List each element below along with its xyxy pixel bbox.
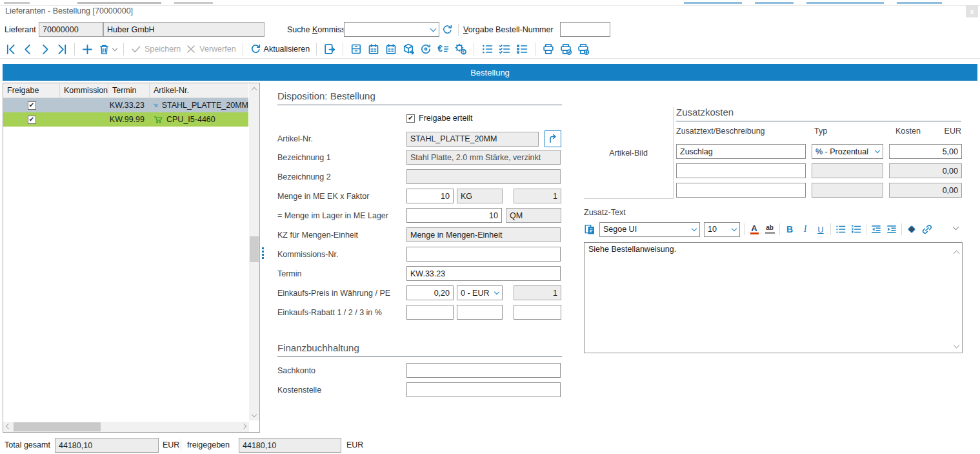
scroll-up-arrow[interactable] bbox=[249, 83, 259, 94]
more-options-chevron-icon[interactable] bbox=[953, 224, 959, 231]
freigabe-erteilt-checkbox[interactable]: ✔ bbox=[406, 114, 415, 123]
scrollbar-thumb[interactable] bbox=[250, 236, 259, 262]
suche-refresh-button[interactable] bbox=[441, 24, 453, 36]
disposition-sync-button[interactable] bbox=[419, 43, 432, 56]
nav-first-button[interactable] bbox=[5, 43, 17, 56]
indent-button[interactable] bbox=[886, 223, 897, 236]
drucken-neu-button[interactable] bbox=[577, 43, 590, 56]
lieferant-name-field[interactable]: Huber GmbH bbox=[103, 22, 265, 37]
kommissions-nr-field[interactable] bbox=[406, 247, 561, 262]
artikel-box-button[interactable] bbox=[402, 43, 415, 56]
scroll-left-arrow[interactable] bbox=[3, 422, 14, 432]
typ-select[interactable] bbox=[812, 163, 883, 178]
bold-button[interactable]: B bbox=[784, 223, 795, 236]
menge-lager-field[interactable]: 10 bbox=[406, 208, 502, 223]
rabatt1-field[interactable] bbox=[406, 305, 454, 320]
vorgabe-bestellnummer-field[interactable] bbox=[560, 22, 610, 37]
underline-button[interactable]: U bbox=[815, 223, 826, 236]
rabatt2-field[interactable] bbox=[457, 305, 503, 320]
nav-previous-button[interactable] bbox=[22, 43, 34, 56]
lager-einheit-field[interactable]: QM bbox=[506, 208, 561, 223]
freigabe-checkbox[interactable]: ✔ bbox=[28, 116, 36, 124]
bezeichnung2-field[interactable] bbox=[406, 169, 561, 184]
chevron-down-icon[interactable] bbox=[494, 289, 499, 294]
scroll-down-arrow[interactable] bbox=[249, 410, 259, 420]
hyperlink-button[interactable] bbox=[921, 223, 933, 236]
nav-next-button[interactable] bbox=[39, 43, 51, 56]
bestellung-export-button[interactable] bbox=[323, 43, 336, 56]
bezeichnung1-field[interactable]: Stahl Platte, 2.0 mm Stärke, verzinkt bbox=[406, 150, 561, 165]
highlight-color-button[interactable]: ab bbox=[764, 223, 775, 236]
artikel-nr-field[interactable]: STAHL_PLATTE_20MM bbox=[406, 132, 539, 147]
scrollbar-thumb[interactable] bbox=[14, 422, 101, 431]
suche-kommission-combobox[interactable] bbox=[344, 22, 439, 37]
kosten-field[interactable]: 0,00 bbox=[889, 183, 962, 198]
vertical-scrollbar[interactable] bbox=[249, 83, 259, 420]
typ-select[interactable] bbox=[812, 183, 883, 198]
column-header-artikel[interactable]: Artikel-Nr. bbox=[150, 83, 248, 98]
chevron-down-icon[interactable] bbox=[732, 225, 737, 231]
sachkonto-field[interactable] bbox=[406, 363, 561, 378]
termin-field[interactable]: KW.33.23 bbox=[406, 266, 561, 281]
font-family-select[interactable]: Segoe UI bbox=[599, 222, 700, 237]
beschreibung-field[interactable] bbox=[676, 183, 806, 198]
bullet-list-button[interactable] bbox=[835, 223, 846, 236]
termin-calendar-button[interactable] bbox=[367, 43, 380, 56]
font-size-select[interactable]: 10 bbox=[704, 222, 740, 237]
scroll-right-arrow[interactable] bbox=[239, 422, 249, 432]
rabatt3-field[interactable] bbox=[514, 305, 561, 320]
close-icon[interactable]: x bbox=[966, 5, 978, 17]
chevron-down-icon[interactable] bbox=[112, 45, 117, 50]
paste-text-button[interactable] bbox=[584, 223, 595, 236]
freigabe-alle-button[interactable] bbox=[498, 43, 511, 56]
drucken-button[interactable] bbox=[542, 43, 555, 56]
menge-faktor-field[interactable]: 1 bbox=[514, 189, 561, 203]
aktualisieren-button[interactable]: Aktualisieren bbox=[250, 43, 310, 55]
termin-calendar2-button[interactable] bbox=[385, 43, 397, 56]
zusatz-text-editor[interactable]: Siehe Bestellanweisung. bbox=[584, 242, 963, 353]
freigegeben-field[interactable]: 44180,10 bbox=[239, 438, 341, 453]
column-header-termin[interactable]: Termin bbox=[108, 83, 150, 98]
typ-select[interactable]: % - Prozentual bbox=[812, 144, 883, 159]
column-header-kommission[interactable]: Kommission bbox=[60, 83, 108, 98]
outdent-button[interactable] bbox=[870, 223, 882, 236]
lager-button[interactable] bbox=[350, 43, 363, 56]
delete-position-button[interactable] bbox=[98, 43, 117, 56]
beschreibung-field[interactable]: Zuschlag bbox=[676, 144, 806, 159]
kostenstelle-field[interactable] bbox=[406, 382, 561, 397]
chevron-down-icon[interactable] bbox=[430, 25, 437, 32]
verwerfen-button[interactable]: Verwerfen bbox=[185, 43, 235, 55]
freigabe-keine-button[interactable] bbox=[515, 43, 528, 56]
add-position-button[interactable] bbox=[81, 43, 94, 56]
kalkulation-button[interactable]: € bbox=[454, 43, 467, 56]
preiseinheit-field[interactable]: 1 bbox=[514, 285, 561, 300]
speichern-button[interactable]: Speichern bbox=[130, 43, 181, 55]
drucken-freigabe-button[interactable] bbox=[559, 43, 572, 56]
einkaufspreis-field[interactable]: 0,20 bbox=[406, 285, 454, 300]
numbered-list-button[interactable] bbox=[850, 223, 862, 236]
horizontal-scrollbar[interactable] bbox=[3, 422, 249, 432]
scroll-down-arrow[interactable] bbox=[954, 342, 960, 349]
table-row[interactable]: ✔ KW.99.99 CPU_I5-4460 bbox=[3, 112, 248, 127]
artikel-jump-button[interactable] bbox=[545, 130, 561, 147]
menge-einheit-field[interactable]: KG bbox=[457, 189, 503, 203]
scroll-up-arrow[interactable] bbox=[954, 251, 960, 257]
table-row[interactable]: ✔ KW.33.23 STAHL_PLATTE_20MM bbox=[3, 98, 248, 112]
beschreibung-field[interactable] bbox=[676, 163, 806, 178]
freigabe-checkbox[interactable]: ✔ bbox=[28, 101, 36, 110]
preise-euro-button[interactable]: € bbox=[437, 43, 450, 56]
positionsliste-button[interactable] bbox=[481, 43, 494, 56]
nav-last-button[interactable] bbox=[55, 43, 68, 56]
chevron-down-icon[interactable] bbox=[875, 148, 880, 153]
total-gesamt-field[interactable]: 44180,10 bbox=[55, 438, 159, 453]
kz-field[interactable]: Menge in Mengen-Einheit bbox=[406, 227, 561, 242]
splitter-handle[interactable] bbox=[262, 247, 264, 259]
waehrung-select[interactable]: 0 - EUR bbox=[457, 285, 503, 300]
font-color-button[interactable]: A bbox=[748, 223, 760, 236]
kosten-field[interactable]: 0,00 bbox=[889, 163, 962, 178]
format-fill-button[interactable] bbox=[906, 223, 917, 236]
menge-field[interactable]: 10 bbox=[406, 189, 454, 203]
italic-button[interactable]: I bbox=[799, 223, 811, 236]
chevron-down-icon[interactable] bbox=[692, 225, 697, 231]
lieferant-nr-field[interactable]: 70000000 bbox=[39, 22, 103, 37]
